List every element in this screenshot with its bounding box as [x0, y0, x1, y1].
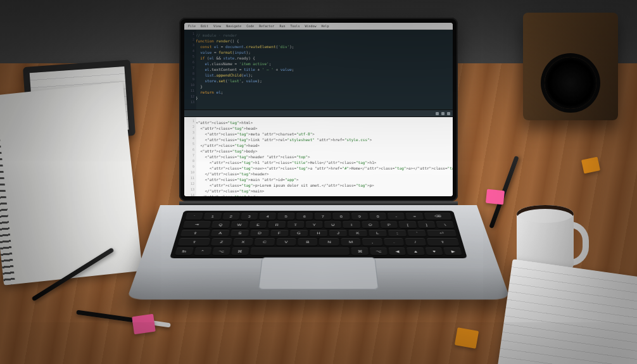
photo-scene: FileEditViewNavigateCodeRefactorRunTools…	[0, 0, 637, 364]
vignette-overlay	[0, 0, 637, 364]
